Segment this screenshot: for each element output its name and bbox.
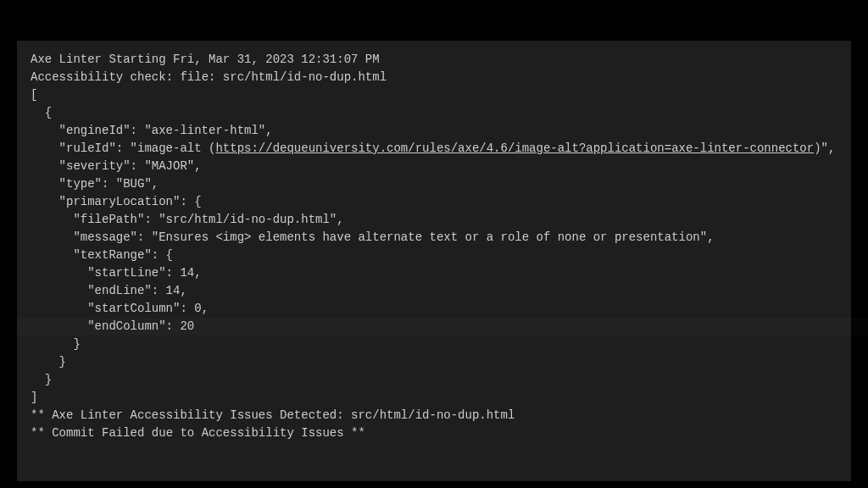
footer-failed: ** Commit Failed due to Accessibility Is…: [31, 424, 837, 442]
ruleId-prefix: "ruleId": "image-alt (: [59, 141, 216, 155]
ruleId-suffix: )",: [814, 141, 835, 155]
type-line: "type": "BUG",: [31, 175, 837, 193]
primaryLocation-open: "primaryLocation": {: [31, 193, 837, 211]
startColumn-line: "startColumn": 0,: [31, 300, 837, 318]
check-line: Accessibility check: file: src/html/id-n…: [31, 69, 837, 86]
textRange-open: "textRange": {: [31, 247, 837, 264]
json-open-brace: {: [31, 104, 837, 122]
ruleId-line: "ruleId": "image-alt (https://dequeunive…: [31, 140, 837, 158]
json-open-bracket: [: [31, 86, 837, 104]
endLine-line: "endLine": 14,: [31, 282, 837, 300]
filePath-line: "filePath": "src/html/id-no-dup.html",: [31, 211, 837, 229]
severity-line: "severity": "MAJOR",: [31, 158, 837, 175]
close-brace-textRange: }: [31, 336, 837, 353]
startLine-line: "startLine": 14,: [31, 264, 837, 282]
startup-line: Axe Linter Starting Fri, Mar 31, 2023 12…: [31, 51, 837, 69]
engineId-line: "engineId": "axe-linter-html",: [31, 122, 837, 140]
endColumn-line: "endColumn": 20: [31, 318, 837, 336]
message-line: "message": "Ensures <img> elements have …: [31, 229, 837, 247]
ruleId-link[interactable]: https://dequeuniversity.com/rules/axe/4.…: [215, 141, 814, 155]
footer-detected: ** Axe Linter Accessibility Issues Detec…: [31, 407, 837, 424]
close-brace-object: }: [31, 371, 837, 389]
terminal-output: Axe Linter Starting Fri, Mar 31, 2023 12…: [17, 41, 851, 481]
json-close-bracket: ]: [31, 389, 837, 407]
close-brace-primaryLocation: }: [31, 353, 837, 371]
